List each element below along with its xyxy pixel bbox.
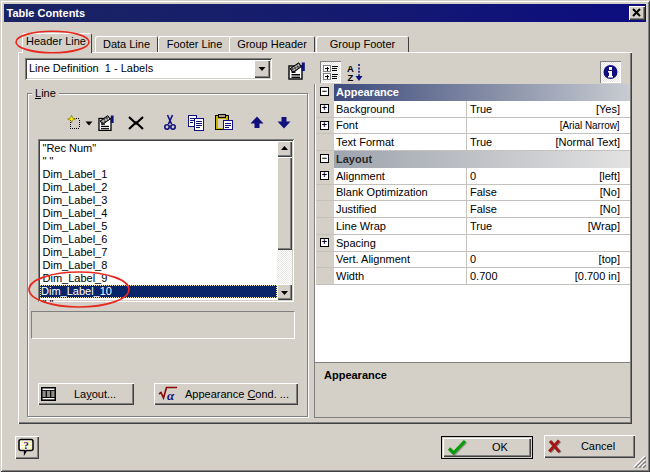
svg-text:?: ? [23,440,28,451]
